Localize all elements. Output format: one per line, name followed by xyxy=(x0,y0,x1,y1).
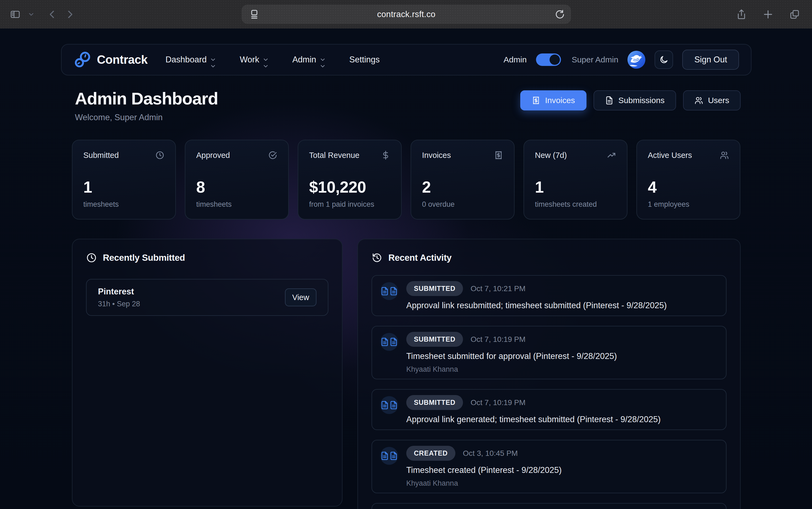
stat-label: Submitted xyxy=(83,151,119,160)
users-icon xyxy=(695,96,703,105)
nav-menu-item[interactable]: Admin xyxy=(292,55,326,65)
browser-chrome: contrack.rsft.co xyxy=(0,0,812,29)
chevron-down-icon[interactable] xyxy=(28,11,35,18)
view-button[interactable]: View xyxy=(285,289,316,306)
stat-label: New (7d) xyxy=(535,151,567,160)
recent-activity-title: Recent Activity xyxy=(388,252,451,263)
stat-subtext: timesheets xyxy=(83,200,165,209)
activity-message: Timesheet submitted for approval (Pinter… xyxy=(406,352,617,361)
clock-icon xyxy=(155,150,165,160)
activity-message: Approval link generated; timesheet submi… xyxy=(406,415,661,424)
activity-item: STATUSCHANGED Oct 3, 9:01 PM xyxy=(372,503,726,509)
activity-message: Timesheet created (Pinterest - 9/28/2025… xyxy=(406,466,562,475)
stat-value: 4 xyxy=(648,178,729,197)
stat-value: 2 xyxy=(422,178,503,197)
users-icon xyxy=(720,150,729,160)
back-icon[interactable] xyxy=(47,9,58,20)
stat-subtext: timesheets created xyxy=(535,200,616,209)
nav-menu-label: Dashboard xyxy=(166,55,207,65)
stat-card: New (7d) 1 timesheets created xyxy=(523,140,628,219)
header-action-label: Users xyxy=(708,96,729,105)
file-text-icon xyxy=(605,96,614,105)
dollar-icon xyxy=(381,150,390,160)
address-bar[interactable]: contrack.rsft.co xyxy=(241,5,571,24)
recently-submitted-list: Pinterest 31h • Sep 28 View xyxy=(86,279,328,316)
admin-toggle[interactable] xyxy=(536,54,561,66)
file-text-icon xyxy=(380,396,398,414)
activity-timestamp: Oct 7, 10:21 PM xyxy=(471,284,526,293)
chevron-down-icon xyxy=(263,57,269,63)
history-icon xyxy=(372,252,382,263)
stat-value: $10,220 xyxy=(309,178,390,197)
brand-name: Contrack xyxy=(97,53,148,66)
header-action-button[interactable]: Submissions xyxy=(594,90,676,110)
header-action-button[interactable]: Users xyxy=(683,90,741,110)
recently-submitted-panel: Recently Submitted Pinterest 31h • Sep 2… xyxy=(72,239,342,507)
check-circle-icon xyxy=(268,150,277,160)
nav-menu: Dashboard Work Admin Settings xyxy=(166,55,380,65)
page-subtitle: Welcome, Super Admin xyxy=(75,112,218,122)
brand[interactable]: Contrack xyxy=(73,51,148,69)
nav-menu-label: Admin xyxy=(292,55,316,65)
header-action-button[interactable]: Invoices xyxy=(520,90,586,110)
top-navbar: Contrack Dashboard Work Admin xyxy=(61,44,751,75)
admin-toggle-label: Admin xyxy=(504,55,527,64)
stat-value: 1 xyxy=(83,178,165,197)
activity-timestamp: Oct 7, 10:19 PM xyxy=(471,335,526,344)
toggle-knob xyxy=(549,55,560,65)
theme-toggle-button[interactable] xyxy=(654,50,673,69)
nav-menu-item[interactable]: Dashboard xyxy=(166,55,216,65)
new-tab-icon[interactable] xyxy=(763,9,774,20)
activity-item: CREATED Oct 3, 10:45 PM Timesheet create… xyxy=(372,440,726,493)
submitted-item: Pinterest 31h • Sep 28 View xyxy=(86,279,328,316)
recently-submitted-title: Recently Submitted xyxy=(103,252,185,263)
user-name: Super Admin xyxy=(572,55,618,64)
activity-actor: Khyaati Khanna xyxy=(406,479,562,487)
activity-timestamp: Oct 3, 10:45 PM xyxy=(463,449,518,458)
stat-subtext: from 1 paid invoices xyxy=(309,200,390,209)
activity-item: SUBMITTED Oct 7, 10:21 PM Approval link … xyxy=(372,275,726,316)
submitted-item-meta: 31h • Sep 28 xyxy=(98,300,140,308)
activity-status-badge: CREATED xyxy=(406,446,455,461)
activity-status-badge: SUBMITTED xyxy=(406,281,463,296)
recent-activity-panel: Recent Activity SUBMITTED Oct 7, 10:21 P… xyxy=(358,239,741,509)
page-title: Admin Dashboard xyxy=(75,89,218,108)
stat-card: Submitted 1 timesheets xyxy=(72,140,176,219)
url-text: contrack.rsft.co xyxy=(377,9,436,19)
stat-card: Approved 8 timesheets xyxy=(185,140,289,219)
stat-value: 1 xyxy=(535,178,616,197)
nav-menu-label: Work xyxy=(240,55,259,65)
clock-icon xyxy=(86,252,97,263)
submitted-item-name: Pinterest xyxy=(98,287,140,297)
avatar[interactable] xyxy=(628,51,645,69)
activity-actor: Khyaati Khanna xyxy=(406,365,617,373)
stat-label: Approved xyxy=(196,151,230,160)
stat-label: Total Revenue xyxy=(309,151,359,160)
header-action-label: Invoices xyxy=(545,96,575,105)
stat-subtext: timesheets xyxy=(196,200,277,209)
trending-up-icon xyxy=(607,150,616,160)
nav-menu-item[interactable]: Settings xyxy=(349,55,380,65)
sidebar-icon[interactable] xyxy=(10,9,21,20)
moon-icon xyxy=(659,55,669,64)
stat-card: Total Revenue $10,220 from 1 paid invoic… xyxy=(298,140,402,219)
sign-out-button[interactable]: Sign Out xyxy=(682,49,739,70)
reload-icon[interactable] xyxy=(555,9,565,20)
tabs-icon[interactable] xyxy=(789,9,800,20)
stat-subtext: 0 overdue xyxy=(422,200,503,209)
recent-activity-list: SUBMITTED Oct 7, 10:21 PM Approval link … xyxy=(372,275,726,509)
chevron-down-icon xyxy=(319,57,326,63)
linked-clocks-logo-icon xyxy=(73,51,92,69)
nav-menu-item[interactable]: Work xyxy=(240,55,269,65)
file-text-icon xyxy=(380,333,398,351)
receipt-icon xyxy=(532,96,540,105)
stat-label: Active Users xyxy=(648,151,692,160)
reader-page-icon[interactable] xyxy=(248,9,260,20)
chevron-down-icon xyxy=(210,57,216,63)
header-action-label: Submissions xyxy=(618,96,665,105)
share-icon[interactable] xyxy=(736,9,747,20)
forward-icon[interactable] xyxy=(65,9,75,20)
stat-card: Invoices 2 0 overdue xyxy=(411,140,514,219)
activity-status-badge: SUBMITTED xyxy=(406,395,463,410)
receipt-icon xyxy=(494,150,503,160)
